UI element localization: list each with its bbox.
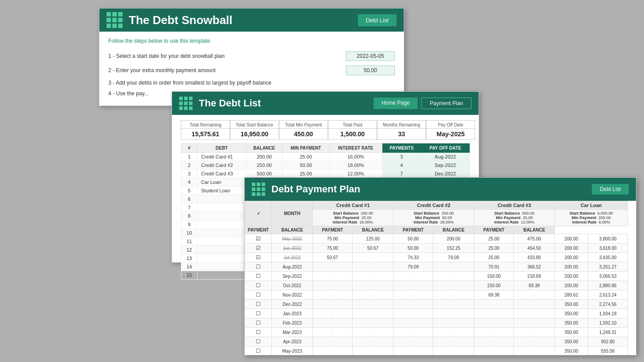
snowball-icon bbox=[107, 12, 123, 28]
cell-num: 15 bbox=[181, 271, 197, 280]
col-cc2-group: Credit Card #2 bbox=[393, 201, 474, 210]
payment-cell: 1,934.18 bbox=[588, 309, 628, 318]
summary-payoff-label: Pay Off Date bbox=[427, 121, 475, 129]
payment-cell: 79.09 bbox=[433, 253, 474, 262]
cell-num: 11 bbox=[181, 237, 197, 246]
payment-cell: 555.56 bbox=[588, 346, 628, 355]
col-cc3-balance: BALANCE bbox=[433, 226, 474, 234]
payment-cell: 3,800.00 bbox=[588, 234, 628, 244]
payment-cell: - bbox=[474, 346, 514, 355]
debt-info-cell: Start Balance 250.00Min Payment 50.00Int… bbox=[393, 210, 474, 226]
summary-total-start-value: 16,950.00 bbox=[230, 129, 279, 139]
payment-cell: 366.52 bbox=[514, 262, 555, 272]
month-cell: Oct-2022 bbox=[272, 281, 313, 290]
cell-min: 25.00 bbox=[283, 153, 329, 161]
check-cell[interactable]: ☐ bbox=[245, 262, 272, 272]
payment-cell: - bbox=[514, 346, 555, 355]
month-cell: Nov-2022 bbox=[272, 290, 313, 300]
payment-cell: 69.38 bbox=[514, 281, 555, 290]
payment-cell: 350.00 bbox=[555, 300, 588, 309]
payment-row: ☑ Jun-2022 75.0050.67 50.00152.25 25.004… bbox=[245, 244, 628, 253]
payment-row: ☐ Dec-2022 -- -- -- 350.002,274.56 bbox=[245, 300, 628, 309]
month-cell: Apr-2023 bbox=[272, 337, 313, 346]
cell-balance: 200.00 bbox=[246, 153, 282, 161]
summary-payoff-date: Pay Off Date May-2025 bbox=[426, 120, 475, 140]
check-cell[interactable]: ☑ bbox=[245, 244, 272, 253]
card1-step-2: 2 - Enter your extra monthly payment amo… bbox=[108, 65, 395, 75]
summary-months-label: Months Remaining bbox=[377, 121, 426, 129]
check-cell[interactable]: ☑ bbox=[245, 253, 272, 262]
col-car-balance: BALANCE bbox=[514, 226, 555, 234]
check-cell[interactable]: ☐ bbox=[245, 272, 272, 281]
payment-row: ☐ Sep-2022 -- -- 150.00218.69 200.003,06… bbox=[245, 272, 628, 281]
table-row: 2 Credit Card #2 250.00 50.00 18.00% 4 S… bbox=[181, 161, 470, 170]
summary-total-start-label: Total Start Balance bbox=[230, 121, 279, 129]
cell-payments: 4 bbox=[382, 161, 421, 170]
cell-debt bbox=[197, 263, 246, 271]
payment-cell: - bbox=[433, 290, 474, 300]
payment-cell: - bbox=[393, 290, 433, 300]
payment-cell: - bbox=[393, 272, 433, 281]
check-cell[interactable]: ☐ bbox=[245, 328, 272, 337]
col-cc1-balance: BALANCE bbox=[272, 226, 313, 234]
payment-cell: - bbox=[514, 309, 555, 318]
payment-row: ☐ Oct-2022 -- -- 150.0069.38 200.002,880… bbox=[245, 281, 628, 290]
month-cell: Dec-2022 bbox=[272, 300, 313, 309]
summary-months-remaining: Months Remaining 33 bbox=[377, 120, 426, 140]
summary-total-remaining: Total Remaining 15,575.61 bbox=[181, 120, 230, 140]
cell-debt bbox=[197, 254, 246, 263]
payment-cell: - bbox=[433, 337, 474, 346]
cell-num: 4 bbox=[181, 178, 197, 187]
summary-total-remaining-label: Total Remaining bbox=[181, 121, 230, 129]
check-cell[interactable]: ☐ bbox=[245, 290, 272, 300]
col-cc2-balance: BALANCE bbox=[353, 226, 394, 234]
check-cell[interactable]: ☐ bbox=[245, 309, 272, 318]
payment-cell: 350.00 bbox=[555, 309, 588, 318]
cell-min: 50.00 bbox=[283, 161, 329, 170]
card3-tab-debt-list[interactable]: Debt List bbox=[592, 184, 629, 195]
check-cell[interactable]: ☐ bbox=[245, 318, 272, 328]
cell-num: 7 bbox=[181, 203, 197, 212]
check-cell[interactable]: ☐ bbox=[245, 346, 272, 355]
cell-payments: 3 bbox=[382, 153, 421, 161]
check-cell[interactable]: ☐ bbox=[245, 300, 272, 309]
payment-cell: 218.69 bbox=[514, 272, 555, 281]
payment-cell: 1,248.31 bbox=[588, 328, 628, 337]
payment-row: ☐ Aug-2022 -- 79.09- 70.91366.52 200.003… bbox=[245, 262, 628, 272]
card1-subtitle: Follow the steps below to use this templ… bbox=[108, 38, 395, 44]
check-cell[interactable]: ☐ bbox=[245, 337, 272, 346]
payment-cell: - bbox=[474, 309, 514, 318]
payment-cell: - bbox=[312, 281, 352, 290]
payment-cell: - bbox=[353, 328, 394, 337]
card2-nav-payment[interactable]: Payment Plan bbox=[421, 98, 472, 109]
month-cell: Jan-2023 bbox=[272, 309, 313, 318]
col-num: # bbox=[181, 144, 197, 153]
summary-total-paid-label: Total Paid bbox=[328, 121, 377, 129]
summary-total-start: Total Start Balance 16,950.00 bbox=[230, 120, 279, 140]
payment-cell: 3,066.53 bbox=[588, 272, 628, 281]
card2-nav: Home Page Payment Plan bbox=[373, 98, 472, 109]
payment-cell: - bbox=[312, 309, 352, 318]
cell-debt bbox=[197, 246, 246, 254]
payment-cell: - bbox=[474, 328, 514, 337]
card1-tab-debt-list[interactable]: Debt List bbox=[358, 14, 397, 26]
card1-step-1-input[interactable] bbox=[346, 51, 395, 61]
payment-cell: - bbox=[514, 328, 555, 337]
cell-num: 3 bbox=[181, 170, 197, 178]
summary-total-min-label: Total Min Payment bbox=[279, 121, 328, 129]
payment-cell: - bbox=[393, 300, 433, 309]
check-cell[interactable]: ☑ bbox=[245, 234, 272, 244]
payment-cell: 280.62 bbox=[555, 290, 588, 300]
payment-cell: 200.00 bbox=[555, 262, 588, 272]
card2-nav-home[interactable]: Home Page bbox=[373, 98, 418, 109]
check-cell[interactable]: ☐ bbox=[245, 281, 272, 290]
cell-num: 10 bbox=[181, 229, 197, 237]
cell-debt bbox=[197, 212, 246, 220]
cell-debt bbox=[197, 271, 246, 280]
payment-row: ☐ Jan-2023 -- -- -- 350.001,934.18 bbox=[245, 309, 628, 318]
payment-cell: - bbox=[514, 337, 555, 346]
card1-step-2-input[interactable] bbox=[346, 65, 395, 75]
payment-cell: 25.00 bbox=[474, 244, 514, 253]
payment-cell: - bbox=[353, 253, 394, 262]
card3-table-wrap: ✓ MONTH Credit Card #1 Credit Card #2 Cr… bbox=[245, 201, 636, 355]
